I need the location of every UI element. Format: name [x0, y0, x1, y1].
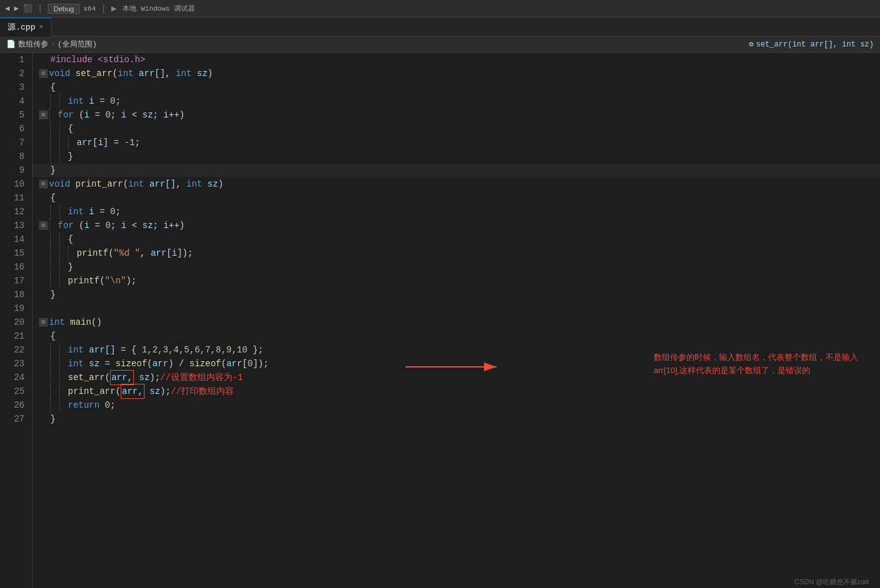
code-line-8: }	[33, 150, 880, 163]
line-num-6: 6	[5, 122, 25, 136]
code-line-21: {	[33, 329, 880, 343]
line-num-24: 24	[5, 371, 25, 384]
watermark: CSDN @吃糖也不腻cdd	[789, 576, 874, 588]
code-line-7: arr[i] = -1;	[33, 136, 880, 150]
code-line-25: print_arr(arr, sz);//打印数组内容	[33, 384, 880, 398]
tab-close-btn[interactable]: ×	[39, 23, 43, 31]
comment-line-24: //设置数组内容为-1	[160, 371, 243, 384]
line-num-19: 19	[5, 302, 25, 315]
code-line-5: ⊟ for (i = 0; i < sz; i++)	[33, 108, 880, 122]
code-line-14: {	[33, 232, 880, 246]
sep2: |	[101, 4, 106, 14]
line-num-11: 11	[5, 191, 25, 205]
collapse-for-1[interactable]: ⊟	[39, 111, 48, 119]
code-line-13: ⊟ for (i = 0; i < sz; i++)	[33, 219, 880, 232]
line-num-15: 15	[5, 246, 25, 260]
tab-source-cpp[interactable]: 源.cpp ×	[0, 18, 52, 36]
code-line-12: int i = 0;	[33, 205, 880, 219]
code-content[interactable]: #include <stdio.h> ⊟ void set_arr(int ar…	[33, 53, 880, 588]
code-line-27: }	[33, 412, 880, 426]
line-num-17: 17	[5, 274, 25, 288]
token-include: #include <stdio.h>	[50, 53, 145, 67]
editor-lines: 1 2 3 4 5 6 7 8 9 10 11 12 13 14 15 16 1…	[0, 53, 880, 588]
code-line-4: int i = 0;	[33, 94, 880, 108]
code-line-11: {	[33, 191, 880, 205]
code-line-10: ⊟ void print_arr(int arr[], int sz)	[33, 177, 880, 191]
collapse-main[interactable]: ⊟	[39, 318, 48, 327]
collapse-set-arr[interactable]: ⊟	[39, 69, 48, 78]
red-box-arr-2: arr,	[121, 384, 145, 399]
line-num-9: 9	[5, 163, 25, 177]
editor-area: 1 2 3 4 5 6 7 8 9 10 11 12 13 14 15 16 1…	[0, 53, 880, 588]
line-num-25: 25	[5, 384, 25, 398]
code-line-2: ⊟ void set_arr(int arr[], int sz)	[33, 67, 880, 80]
code-line-15: printf("%d ", arr[i]);	[33, 246, 880, 260]
file-icon: 📄	[6, 40, 16, 49]
line-num-8: 8	[5, 150, 25, 163]
code-line-20: ⊟ int main()	[33, 315, 880, 329]
code-line-22: int arr[] = { 1,2,3,4,5,6,7,8,9,10 };	[33, 343, 880, 357]
line-numbers: 1 2 3 4 5 6 7 8 9 10 11 12 13 14 15 16 1…	[0, 53, 33, 588]
comment-line-25: //打印数组内容	[171, 384, 234, 398]
code-line-18: }	[33, 288, 880, 302]
code-line-9: }	[33, 163, 880, 177]
code-line-23: int sz = sizeof(arr) / sizeof(arr[0]);	[33, 357, 880, 371]
line-num-2: 2	[5, 67, 25, 80]
collapse-print-arr[interactable]: ⊟	[39, 180, 48, 188]
line-num-12: 12	[5, 205, 25, 219]
code-line-16: }	[33, 260, 880, 274]
code-line-1: #include <stdio.h>	[33, 53, 880, 67]
code-line-6: {	[33, 122, 880, 136]
function-icon: ⚙	[749, 40, 754, 49]
code-line-17: printf("\n");	[33, 274, 880, 288]
line-num-21: 21	[5, 329, 25, 343]
top-toolbar: ◀ ▶ ⬛ | Debug x64 | ▶ 本地 Windows 调试器	[0, 0, 880, 18]
debug-dropdown[interactable]: Debug	[48, 4, 79, 14]
line-num-23: 23	[5, 357, 25, 371]
line-num-10: 10	[5, 177, 25, 191]
run-icon[interactable]: ▶	[111, 3, 116, 14]
code-line-3: {	[33, 80, 880, 94]
line-num-22: 22	[5, 343, 25, 357]
code-line-26: return 0;	[33, 398, 880, 412]
line-num-16: 16	[5, 260, 25, 274]
line-num-13: 13	[5, 219, 25, 232]
code-line-19	[33, 302, 880, 315]
tab-filename: 源.cpp	[8, 21, 35, 33]
line-num-7: 7	[5, 136, 25, 150]
line-num-14: 14	[5, 232, 25, 246]
line-num-1: 1	[5, 53, 25, 67]
breadcrumb-function[interactable]: ⚙ set_arr(int arr[], int sz)	[749, 40, 874, 49]
toolbar-extra: 本地 Windows 调试器	[123, 4, 194, 13]
line-num-26: 26	[5, 398, 25, 412]
line-num-3: 3	[5, 80, 25, 94]
line-num-4: 4	[5, 94, 25, 108]
red-box-arr-1: arr,	[110, 370, 134, 385]
tab-bar: 源.cpp ×	[0, 18, 880, 36]
breadcrumb-filename[interactable]: 📄 数组传参	[6, 39, 48, 50]
breadcrumb-scope[interactable]: (全局范围)	[58, 39, 97, 50]
arch-label: x64	[84, 5, 96, 13]
breadcrumb-bar: 📄 数组传参 › (全局范围) ⚙ set_arr(int arr[], int…	[0, 36, 880, 53]
collapse-for-2[interactable]: ⊟	[39, 221, 48, 230]
line-num-18: 18	[5, 288, 25, 302]
sep1: |	[38, 4, 43, 14]
toolbar-icons: ◀ ▶ ⬛	[5, 4, 33, 13]
code-line-24: set_arr(arr, sz);//设置数组内容为-1	[33, 371, 880, 384]
breadcrumb-sep1: ›	[51, 41, 55, 48]
line-num-5: 5	[5, 108, 25, 122]
line-num-27: 27	[5, 412, 25, 426]
line-num-20: 20	[5, 315, 25, 329]
